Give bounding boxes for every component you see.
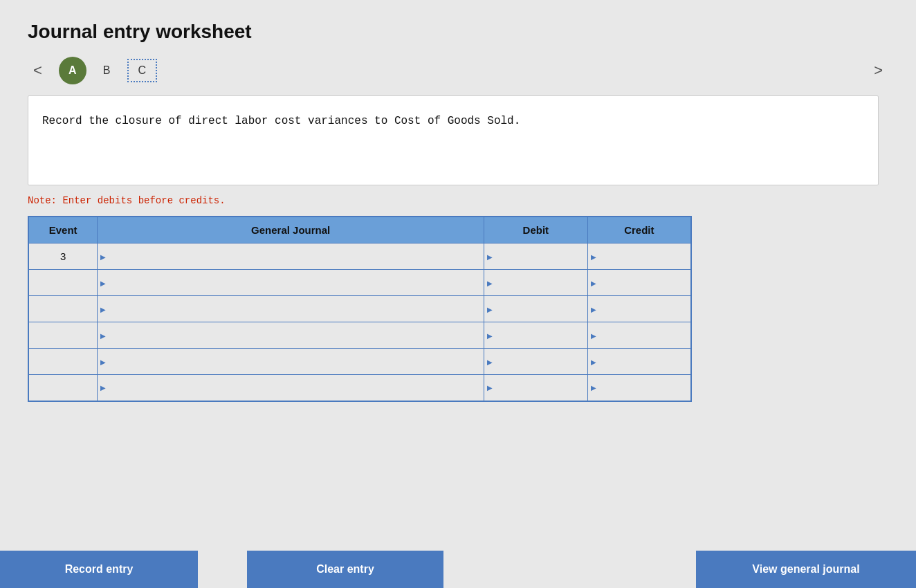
event-cell-1 xyxy=(28,270,98,296)
event-cell-3 xyxy=(28,322,98,349)
debit-cell-3[interactable] xyxy=(484,322,587,349)
debit-cell-5[interactable] xyxy=(484,375,587,401)
debit-input-2[interactable] xyxy=(484,296,587,322)
debit-cell-2[interactable] xyxy=(484,296,587,322)
event-cell-2 xyxy=(28,296,98,322)
credit-input-5[interactable] xyxy=(588,375,690,401)
header-general-journal: General Journal xyxy=(98,217,484,244)
entry-badge-a[interactable]: A xyxy=(59,57,86,84)
table-row xyxy=(28,322,691,349)
record-entry-button[interactable]: Record entry xyxy=(0,551,198,588)
entry-letter-c[interactable]: C xyxy=(127,59,158,82)
bottom-bar: Record entry Clear entry View general jo… xyxy=(0,551,916,588)
journal-input-3[interactable] xyxy=(98,322,484,348)
journal-input-5[interactable] xyxy=(98,375,484,401)
credit-input-4[interactable] xyxy=(588,349,690,374)
page-container: Journal entry worksheet < A B C > Record… xyxy=(0,0,916,402)
journal-table: Event General Journal Debit Credit 3 xyxy=(28,216,692,402)
view-general-journal-button[interactable]: View general journal xyxy=(696,551,916,588)
debit-input-0[interactable] xyxy=(484,244,587,269)
debit-input-3[interactable] xyxy=(484,322,587,348)
credit-input-3[interactable] xyxy=(588,322,690,348)
table-row xyxy=(28,375,691,401)
debit-cell-4[interactable] xyxy=(484,349,587,375)
next-arrow[interactable]: > xyxy=(868,59,888,82)
debit-cell-1[interactable] xyxy=(484,270,587,296)
debit-cell-0[interactable] xyxy=(484,244,587,270)
journal-cell-5[interactable] xyxy=(98,375,484,401)
credit-input-0[interactable] xyxy=(588,244,690,269)
debit-input-5[interactable] xyxy=(484,375,587,401)
nav-row: < A B C > xyxy=(28,57,888,84)
entry-badge-a-label: A xyxy=(68,64,77,77)
credit-cell-1[interactable] xyxy=(587,270,691,296)
event-cell-4 xyxy=(28,349,98,375)
entry-letter-b[interactable]: B xyxy=(98,62,116,80)
credit-cell-5[interactable] xyxy=(587,375,691,401)
header-debit: Debit xyxy=(484,217,587,244)
credit-cell-0[interactable] xyxy=(587,244,691,270)
description-text: Record the closure of direct labor cost … xyxy=(42,113,864,131)
event-cell-0: 3 xyxy=(28,244,98,270)
journal-cell-3[interactable] xyxy=(98,322,484,349)
journal-cell-4[interactable] xyxy=(98,349,484,375)
table-row: 3 xyxy=(28,244,691,270)
credit-input-1[interactable] xyxy=(588,270,690,295)
credit-cell-2[interactable] xyxy=(587,296,691,322)
prev-arrow[interactable]: < xyxy=(28,59,48,82)
credit-input-2[interactable] xyxy=(588,296,690,322)
journal-cell-1[interactable] xyxy=(98,270,484,296)
journal-input-2[interactable] xyxy=(98,296,484,322)
table-row xyxy=(28,270,691,296)
journal-input-1[interactable] xyxy=(98,270,484,295)
header-event: Event xyxy=(28,217,98,244)
journal-cell-0[interactable] xyxy=(98,244,484,270)
page-title: Journal entry worksheet xyxy=(28,21,888,43)
debit-input-1[interactable] xyxy=(484,270,587,295)
clear-entry-button[interactable]: Clear entry xyxy=(247,551,443,588)
table-row xyxy=(28,296,691,322)
event-cell-5 xyxy=(28,375,98,401)
description-box: Record the closure of direct labor cost … xyxy=(28,95,879,185)
journal-input-0[interactable] xyxy=(98,244,484,269)
credit-cell-3[interactable] xyxy=(587,322,691,349)
debit-input-4[interactable] xyxy=(484,349,587,374)
note-text: Note: Enter debits before credits. xyxy=(28,195,888,206)
table-row xyxy=(28,349,691,375)
header-credit: Credit xyxy=(587,217,691,244)
journal-cell-2[interactable] xyxy=(98,296,484,322)
credit-cell-4[interactable] xyxy=(587,349,691,375)
journal-input-4[interactable] xyxy=(98,349,484,374)
